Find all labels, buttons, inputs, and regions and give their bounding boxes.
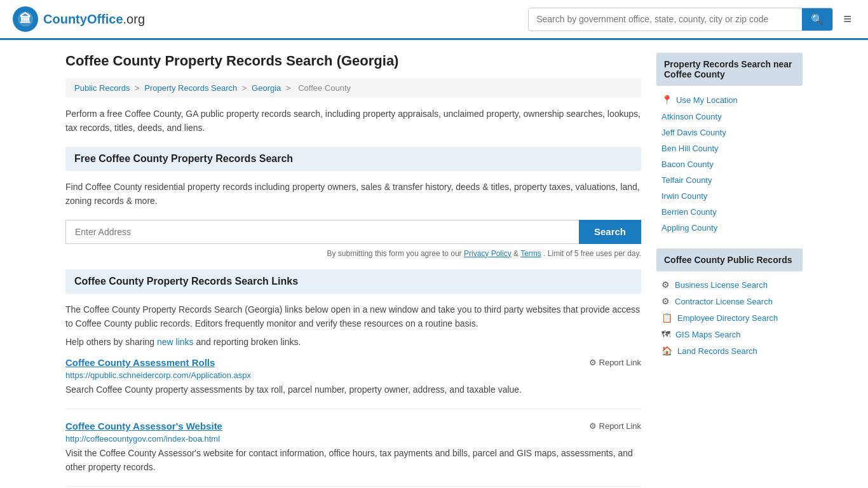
sidebar-item-jeff-davis: Jeff Davis County <box>656 125 803 140</box>
links-section: Coffee County Property Records Search Li… <box>65 269 641 487</box>
form-note: By submitting this form you agree to our… <box>65 249 641 258</box>
content-area: Coffee County Property Records Search (G… <box>65 53 641 488</box>
use-my-location-link[interactable]: Use My Location <box>676 95 738 105</box>
global-search-button[interactable]: 🔍 <box>802 8 832 30</box>
breadcrumb-georgia[interactable]: Georgia <box>252 83 281 93</box>
header-right: 🔍 ≡ <box>528 7 855 31</box>
map-icon: 🗺 <box>661 329 670 339</box>
breadcrumb-current: Coffee County <box>298 83 351 93</box>
sidebar-item-atkinson: Atkinson County <box>656 109 803 125</box>
global-search-input[interactable] <box>529 9 802 29</box>
sidebar-public-records-header: Coffee County Public Records <box>656 248 803 271</box>
links-section-header: Coffee County Property Records Search Li… <box>65 269 641 294</box>
address-search-button[interactable]: Search <box>579 220 641 244</box>
header: 🏛 CountyOffice.org 🔍 ≡ <box>0 0 868 40</box>
record-title-link-0[interactable]: Coffee County Assessment Rolls <box>65 357 215 368</box>
share-links: Help others by sharing new links and rep… <box>65 337 641 347</box>
main-container: Coffee County Property Records Search (G… <box>53 40 815 488</box>
sidebar-item-telfair: Telfair County <box>656 172 803 188</box>
address-search-form: Search <box>65 220 641 244</box>
breadcrumb-property-search[interactable]: Property Records Search <box>144 83 237 93</box>
sidebar-land-records: 🏠 Land Records Search <box>656 342 803 359</box>
record-desc-1: Visit the Coffee County Assessor's websi… <box>65 446 641 475</box>
home-icon: 🏠 <box>661 346 672 356</box>
sidebar-item-appling: Appling County <box>656 220 803 236</box>
gear-icon-1: ⚙ <box>661 296 670 306</box>
breadcrumb: Public Records > Property Records Search… <box>65 78 641 98</box>
privacy-policy-link[interactable]: Privacy Policy <box>464 249 512 258</box>
svg-text:🏛: 🏛 <box>20 12 31 25</box>
logo-area: 🏛 CountyOffice.org <box>13 6 145 32</box>
list-icon: 📋 <box>661 313 672 323</box>
global-search-bar: 🔍 <box>528 8 833 31</box>
sidebar-item-irwin: Irwin County <box>656 188 803 204</box>
sidebar-contractor-license: ⚙ Contractor License Search <box>656 293 803 309</box>
sidebar-public-records-section: Coffee County Public Records ⚙ Business … <box>656 248 803 359</box>
record-url-1: http://coffeecountygov.com/index-boa.htm… <box>65 434 641 444</box>
record-desc-0: Search Coffee County property assessment… <box>65 383 641 396</box>
sidebar-nearby-header: Property Records Search near Coffee Coun… <box>656 53 803 86</box>
sidebar-gis-maps: 🗺 GIS Maps Search <box>656 326 803 342</box>
report-link-1[interactable]: ⚙ Report Link <box>589 421 641 431</box>
page-description: Perform a free Coffee County, GA public … <box>65 107 641 135</box>
sidebar: Property Records Search near Coffee Coun… <box>656 53 803 488</box>
sidebar-employee-directory: 📋 Employee Directory Search <box>656 309 803 326</box>
breadcrumb-public-records[interactable]: Public Records <box>74 83 130 93</box>
sidebar-item-ben-hill: Ben Hill County <box>656 140 803 156</box>
logo-text: CountyOffice.org <box>43 12 145 27</box>
new-links-link[interactable]: new links <box>157 337 194 347</box>
sidebar-nearby-section: Property Records Search near Coffee Coun… <box>656 53 803 236</box>
links-desc: The Coffee County Property Records Searc… <box>65 302 641 331</box>
record-item: Coffee County Assessor's Website ⚙ Repor… <box>65 421 641 487</box>
logo-icon: 🏛 <box>13 6 38 32</box>
sidebar-item-bacon: Bacon County <box>656 156 803 172</box>
sidebar-use-location: 📍 Use My Location <box>656 91 803 109</box>
address-input[interactable] <box>65 220 579 244</box>
page-title: Coffee County Property Records Search (G… <box>65 53 641 69</box>
free-search-desc: Find Coffee County residential property … <box>65 180 641 208</box>
sidebar-item-berrien: Berrien County <box>656 204 803 220</box>
free-search-header: Free Coffee County Property Records Sear… <box>65 147 641 171</box>
record-item: Coffee County Assessment Rolls ⚙ Report … <box>65 357 641 409</box>
pin-icon: 📍 <box>661 95 672 105</box>
record-title-link-1[interactable]: Coffee County Assessor's Website <box>65 421 222 431</box>
menu-icon[interactable]: ≡ <box>839 7 855 31</box>
gear-icon-0: ⚙ <box>661 280 670 290</box>
terms-link[interactable]: Terms <box>520 249 541 258</box>
record-url-0: https://qpublic.schneidercorp.com/Applic… <box>65 370 641 380</box>
report-link-0[interactable]: ⚙ Report Link <box>589 358 641 367</box>
sidebar-business-license: ⚙ Business License Search <box>656 276 803 293</box>
